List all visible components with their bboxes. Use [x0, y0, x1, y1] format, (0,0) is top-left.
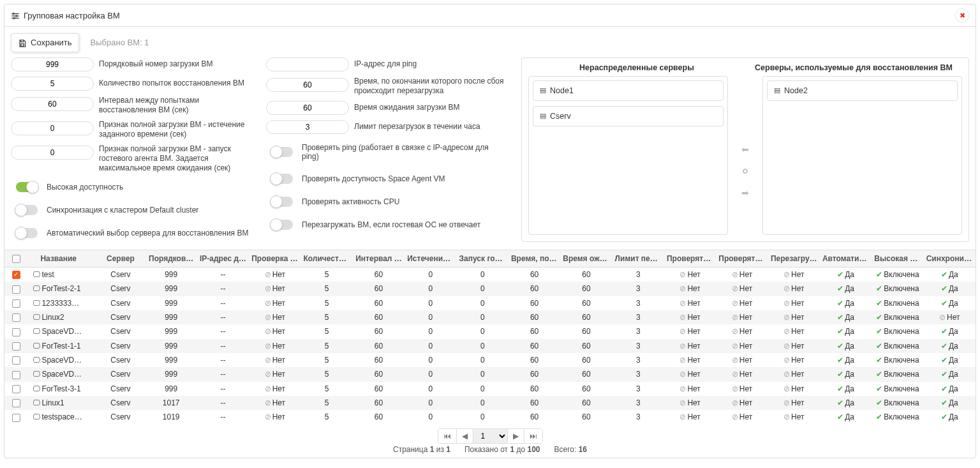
toggle-label: Проверять доступность Space Agent VM [302, 174, 445, 183]
pager-first-button[interactable]: ⏮ [438, 429, 457, 443]
table-row[interactable]: 🖵testspace…Cserv1019--⊘Нет5600060603⊘Нет… [4, 410, 976, 424]
column-header[interactable]: Время ожи… [560, 250, 612, 267]
svg-point-3 [16, 15, 17, 17]
field-label: Порядковый номер загрузки ВМ [99, 59, 253, 69]
row-checkbox[interactable] [12, 271, 20, 279]
number-input[interactable] [266, 57, 349, 72]
close-button[interactable]: ✖ [955, 8, 969, 22]
column-header[interactable]: IP-адрес д… [197, 250, 249, 267]
table-row[interactable]: 🖵1233333…Cserv999--⊘Нет5600060603⊘Нет⊘Не… [4, 296, 976, 310]
used-server-list[interactable]: ▤Node2 [762, 76, 962, 235]
unassigned-server-list[interactable]: ▤Node1▤Cserv [528, 76, 728, 235]
column-header[interactable]: Проверять … [664, 250, 716, 267]
pager-last-button[interactable]: ⏭ [524, 429, 542, 443]
save-button[interactable]: Сохранить [11, 33, 79, 52]
column-header[interactable]: Время, по … [509, 250, 560, 267]
toggle-switch[interactable] [271, 174, 293, 184]
move-left-button[interactable]: ⬅ [741, 144, 749, 155]
monitor-icon: 🖵 [33, 412, 40, 421]
vm-table: НазваниеСерверПорядков…IP-адрес д…Провер… [4, 250, 976, 425]
row-checkbox[interactable] [12, 385, 20, 393]
table-row[interactable]: 🖵Linux2Cserv999--⊘Нет5600060603⊘Нет⊘Нет⊘… [4, 310, 976, 324]
table-row[interactable]: 🖵ForTest-1-1Cserv999--⊘Нет5600060603⊘Нет… [4, 339, 976, 353]
number-input[interactable] [266, 120, 349, 134]
toggle-switch[interactable] [16, 182, 38, 192]
column-header[interactable]: Перезагру… [768, 250, 820, 267]
pager-next-button[interactable]: ▶ [508, 429, 524, 443]
column-header[interactable]: Порядков… [145, 250, 197, 267]
number-input[interactable] [266, 78, 349, 92]
number-input[interactable] [11, 121, 94, 135]
monitor-icon: 🖵 [33, 384, 40, 393]
save-label: Сохранить [31, 38, 72, 47]
group-vm-settings-panel: Групповая настройка ВМ ✖ Сохранить Выбра… [4, 4, 976, 458]
field-label: IP-адрес для ping [354, 59, 509, 69]
row-checkbox[interactable] [12, 371, 20, 379]
table-row[interactable]: 🖵SpaceVD…Cserv999--⊘Нет5600060603⊘Нет⊘Не… [4, 324, 976, 338]
number-input[interactable] [11, 146, 94, 160]
column-header[interactable]: Лимит пер… [612, 250, 664, 267]
column-header[interactable]: Высокая д… [872, 250, 923, 267]
field-label: Признак полной загрузки ВМ - запуск гост… [99, 144, 253, 173]
toggle-switch[interactable] [271, 147, 293, 157]
row-checkbox[interactable] [12, 313, 20, 322]
monitor-icon: 🖵 [33, 270, 40, 279]
row-checkbox[interactable] [12, 342, 20, 351]
toggle-switch[interactable] [16, 228, 38, 238]
number-input[interactable] [11, 77, 94, 91]
column-header[interactable]: Запуск гост… [457, 250, 509, 267]
column-header[interactable]: Сервер [96, 250, 145, 267]
row-checkbox[interactable] [12, 356, 20, 365]
column-header[interactable]: Синхрониз… [924, 250, 976, 267]
table-row[interactable]: 🖵Linux1Cserv1017--⊘Нет5600060603⊘Нет⊘Нет… [4, 396, 976, 410]
svg-point-6 [13, 17, 15, 19]
monitor-icon: 🖵 [33, 370, 40, 379]
toggle-label: Автоматический выбор сервера для восстан… [47, 229, 248, 238]
toggle-switch[interactable] [16, 205, 38, 215]
server-item[interactable]: ▤Node1 [533, 80, 724, 101]
field-label: Количество попыток восстановления ВМ [99, 79, 253, 88]
column-header[interactable]: Интервал … [353, 250, 405, 267]
monitor-icon: 🖵 [33, 313, 40, 322]
number-input[interactable] [11, 97, 94, 111]
sliders-icon [11, 10, 20, 20]
pager-prev-button[interactable]: ◀ [457, 429, 473, 443]
table-row[interactable]: 🖵ForTest-2-1Cserv999--⊘Нет5600060603⊘Нет… [4, 282, 976, 296]
pager-page-select[interactable]: 1 [473, 429, 508, 443]
row-checkbox[interactable] [12, 299, 20, 308]
table-row[interactable]: 🖵testCserv999--⊘Нет5600060603⊘Нет⊘Нет⊘Не… [4, 267, 976, 282]
move-swap-button[interactable]: ⭘ [741, 166, 750, 176]
column-header[interactable]: Количеств… [301, 250, 353, 267]
table-row[interactable]: 🖵SpaceVD…Cserv999--⊘Нет5600060603⊘Нет⊘Не… [4, 353, 976, 367]
column-header[interactable]: Проверка p… [249, 250, 301, 267]
column-header[interactable]: Проверять … [716, 250, 768, 267]
column-header[interactable] [4, 250, 27, 267]
table-row[interactable]: 🖵ForTest-3-1Cserv999--⊘Нет5600060603⊘Нет… [4, 382, 976, 396]
field-label: Лимит перезагрузок в течении часа [354, 122, 509, 132]
svg-rect-9 [21, 43, 24, 46]
toggle-switch[interactable] [271, 197, 293, 207]
server-item[interactable]: ▤Cserv [533, 106, 724, 126]
toggle-switch[interactable] [271, 220, 293, 230]
row-checkbox[interactable] [12, 399, 20, 407]
form-column-left: Порядковый номер загрузки ВМ Количество … [11, 57, 253, 242]
pager: ⏮ ◀ 1 ▶ ⏭ Страница 1 из 1 Показано от 1 … [4, 425, 976, 458]
number-input[interactable] [266, 101, 349, 115]
table-row[interactable]: 🖵SpaceVD…Cserv999--⊘Нет5600060603⊘Нет⊘Не… [4, 367, 976, 381]
field-label: Интервал между попытками восстановления … [99, 96, 253, 115]
server-item[interactable]: ▤Node2 [767, 80, 958, 101]
column-header[interactable]: Название [27, 250, 96, 267]
svg-point-0 [13, 13, 14, 14]
row-checkbox[interactable] [12, 414, 20, 422]
server-icon: ▤ [540, 112, 546, 120]
column-header[interactable]: Истечение … [405, 250, 456, 267]
move-right-button[interactable]: ➡ [741, 188, 749, 198]
row-checkbox[interactable] [12, 328, 20, 336]
monitor-icon: 🖵 [33, 284, 40, 293]
save-icon [18, 38, 27, 48]
row-checkbox[interactable] [12, 285, 20, 294]
column-header[interactable]: Автоматич… [820, 250, 872, 267]
selected-vm-count: Выбрано ВМ: 1 [91, 38, 149, 47]
select-all-checkbox[interactable] [12, 255, 20, 263]
number-input[interactable] [11, 57, 94, 72]
